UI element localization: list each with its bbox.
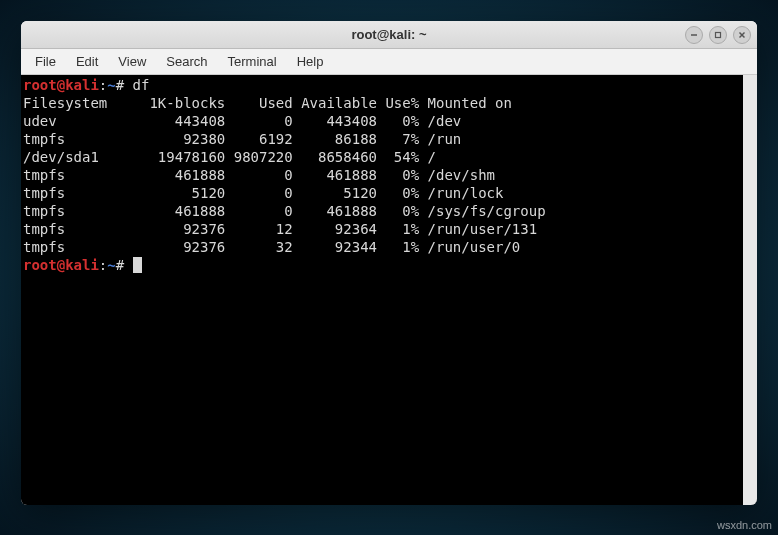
maximize-button[interactable] [709,26,727,44]
close-button[interactable] [733,26,751,44]
df-row: tmpfs 461888 0 461888 0% /dev/shm [23,167,495,183]
svg-rect-1 [716,32,721,37]
titlebar: root@kali: ~ [21,21,757,49]
terminal-content: root@kali:~# df Filesystem 1K-blocks Use… [22,76,756,274]
minimize-icon [690,31,698,39]
maximize-icon [714,31,722,39]
df-row: tmpfs 92380 6192 86188 7% /run [23,131,461,147]
df-row: /dev/sda1 19478160 9807220 8658460 54% / [23,149,436,165]
menu-edit[interactable]: Edit [66,51,108,72]
menu-terminal[interactable]: Terminal [218,51,287,72]
command: df [133,77,150,93]
minimize-button[interactable] [685,26,703,44]
menu-file[interactable]: File [25,51,66,72]
df-row: udev 443408 0 443408 0% /dev [23,113,461,129]
prompt-path: ~ [107,77,115,93]
prompt-hash: # [116,77,133,93]
prompt-path: ~ [107,257,115,273]
menu-help[interactable]: Help [287,51,334,72]
df-row: tmpfs 92376 32 92344 1% /run/user/0 [23,239,520,255]
menu-view[interactable]: View [108,51,156,72]
terminal-window: root@kali: ~ File Edit View Search Termi… [21,21,757,505]
df-row: tmpfs 92376 12 92364 1% /run/user/131 [23,221,537,237]
window-controls [685,26,751,44]
terminal-area[interactable]: root@kali:~# df Filesystem 1K-blocks Use… [21,75,757,505]
scrollbar[interactable] [743,75,757,505]
prompt-user: root@kali [23,77,99,93]
window-title: root@kali: ~ [351,27,426,42]
df-row: tmpfs 5120 0 5120 0% /run/lock [23,185,503,201]
close-icon [738,31,746,39]
prompt-hash: # [116,257,133,273]
prompt-user: root@kali [23,257,99,273]
watermark: wsxdn.com [717,519,772,531]
menubar: File Edit View Search Terminal Help [21,49,757,75]
menu-search[interactable]: Search [156,51,217,72]
df-header: Filesystem 1K-blocks Used Available Use%… [23,95,512,111]
cursor [133,257,142,273]
df-row: tmpfs 461888 0 461888 0% /sys/fs/cgroup [23,203,546,219]
